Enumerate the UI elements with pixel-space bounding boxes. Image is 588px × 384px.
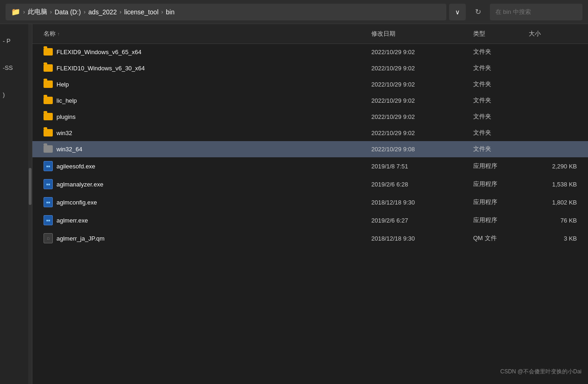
file-name-cell: lic_help <box>40 96 368 105</box>
file-name: Help <box>56 81 69 88</box>
file-type: 文件夹 <box>469 63 525 73</box>
file-name-cell: Help <box>40 80 368 89</box>
file-size <box>525 148 581 150</box>
file-date: 2022/10/29 9:02 <box>368 112 469 121</box>
file-date: 2019/2/6 6:27 <box>368 216 469 225</box>
file-size <box>525 83 581 85</box>
file-type: 应用程序 <box>469 197 525 207</box>
file-name: plugins <box>56 113 75 120</box>
file-list: FLEXID9_Windows_v6_65_x64 2022/10/29 9:0… <box>32 44 588 248</box>
file-date: 2018/12/18 9:30 <box>368 198 469 207</box>
path-sep-0: › <box>23 9 25 15</box>
col-header-modified[interactable]: 修改日期 <box>368 28 469 40</box>
table-row[interactable]: ■■ aglmanalyzer.exe 2019/2/6 6:28 应用程序 1… <box>32 175 588 193</box>
folder-icon <box>44 48 53 56</box>
table-row[interactable]: lic_help 2022/10/29 9:02 文件夹 <box>32 93 588 109</box>
address-bar-path[interactable]: 📁 › 此电脑 › Data (D:) › ads_2022 › license… <box>6 4 446 20</box>
file-type: 应用程序 <box>469 179 525 189</box>
sidebar-item-p[interactable]: - P <box>0 28 32 55</box>
search-input[interactable] <box>490 4 582 20</box>
file-type: 文件夹 <box>469 128 525 138</box>
file-date: 2022/10/29 9:02 <box>368 80 469 89</box>
main-layout: - P -SS ) 名称 ↑ 修改日期 类型 大小 FLEXID9_Window… <box>0 24 588 384</box>
col-header-size[interactable]: 大小 <box>525 28 581 40</box>
file-size <box>525 99 581 101</box>
file-type: 文件夹 <box>469 144 525 154</box>
file-type: QM 文件 <box>469 233 525 243</box>
sidebar-item-close[interactable]: ) <box>0 81 32 108</box>
file-name: aglmerr.exe <box>56 217 88 224</box>
sort-arrow-name: ↑ <box>57 31 60 37</box>
file-name: FLEXID9_Windows_v6_65_x64 <box>56 49 142 56</box>
sidebar: - P -SS ) <box>0 24 32 384</box>
file-date: 2022/10/29 9:02 <box>368 48 469 56</box>
file-name: win32 <box>56 130 72 136</box>
table-row[interactable]: FLEXID10_Windows_v6_30_x64 2022/10/29 9:… <box>32 60 588 76</box>
file-size: 2,290 KB <box>525 162 581 171</box>
file-date: 2019/1/8 7:51 <box>368 162 469 171</box>
file-name: aglmanalyzer.exe <box>56 181 103 188</box>
table-row[interactable]: ■■ aglmerr.exe 2019/2/6 6:27 应用程序 76 KB <box>32 211 588 229</box>
file-name-cell: FLEXID9_Windows_v6_65_x64 <box>40 47 368 56</box>
file-name-cell: win32_64 <box>40 144 368 154</box>
file-name-cell: win32 <box>40 128 368 137</box>
file-date: 2022/10/29 9:02 <box>368 96 469 105</box>
table-row[interactable]: FLEXID9_Windows_v6_65_x64 2022/10/29 9:0… <box>32 44 588 60</box>
file-name: agileesofd.exe <box>56 163 95 170</box>
sidebar-scrollbar-thumb <box>29 168 31 205</box>
path-sep-4: › <box>161 9 163 15</box>
col-header-name[interactable]: 名称 ↑ <box>40 28 368 40</box>
file-name-cell: ■■ aglmconfig.exe <box>40 196 368 208</box>
path-dropdown-button[interactable]: ∨ <box>449 4 466 20</box>
table-row[interactable]: ■■ aglmconfig.exe 2018/12/18 9:30 应用程序 1… <box>32 193 588 211</box>
file-name: win32_64 <box>56 146 82 153</box>
file-size <box>525 116 581 118</box>
table-row[interactable]: win32_64 2022/10/29 9:08 文件夹 <box>32 141 588 157</box>
table-row[interactable]: ■■ agileesofd.exe 2019/1/8 7:51 应用程序 2,2… <box>32 157 588 175</box>
col-header-type[interactable]: 类型 <box>469 28 525 40</box>
file-size: 1,538 KB <box>525 180 581 189</box>
exe-icon: ■■ <box>44 161 53 171</box>
path-segment-0[interactable]: 此电脑 <box>28 8 47 16</box>
folder-icon <box>44 97 53 104</box>
path-segment-1[interactable]: Data (D:) <box>55 8 81 16</box>
file-date: 2018/12/18 9:30 <box>368 234 469 243</box>
path-sep-1: › <box>50 9 52 15</box>
table-row[interactable]: win32 2022/10/29 9:02 文件夹 <box>32 125 588 141</box>
address-bar-controls: ∨ ↻ <box>449 4 582 20</box>
file-name-cell: ■■ aglmanalyzer.exe <box>40 178 368 190</box>
file-type: 文件夹 <box>469 111 525 122</box>
file-type: 文件夹 <box>469 79 525 89</box>
file-type: 应用程序 <box>469 215 525 225</box>
exe-icon: ■■ <box>44 179 53 189</box>
file-name-cell: □ aglmerr_ja_JP.qm <box>40 232 368 244</box>
table-row[interactable]: plugins 2022/10/29 9:02 文件夹 <box>32 109 588 125</box>
file-type: 应用程序 <box>469 161 525 171</box>
file-size <box>525 132 581 134</box>
folder-icon <box>44 145 53 153</box>
file-size: 3 KB <box>525 234 581 243</box>
file-size <box>525 51 581 53</box>
refresh-button[interactable]: ↻ <box>469 4 486 20</box>
file-name: aglmerr_ja_JP.qm <box>56 235 105 242</box>
address-bar: 📁 › 此电脑 › Data (D:) › ads_2022 › license… <box>0 0 588 24</box>
path-segment-3[interactable]: license_tool <box>124 8 158 16</box>
qm-icon: □ <box>44 233 53 243</box>
path-sep-3: › <box>119 9 121 15</box>
path-segment-4[interactable]: bin <box>166 8 175 16</box>
file-date: 2019/2/6 6:28 <box>368 180 469 189</box>
path-sep-2: › <box>84 9 86 15</box>
exe-icon: ■■ <box>44 197 53 207</box>
path-segment-2[interactable]: ads_2022 <box>88 8 117 16</box>
sidebar-item-ss[interactable]: -SS <box>0 55 32 81</box>
table-row[interactable]: Help 2022/10/29 9:02 文件夹 <box>32 76 588 93</box>
table-row[interactable]: □ aglmerr_ja_JP.qm 2018/12/18 9:30 QM 文件… <box>32 229 588 248</box>
file-size: 76 KB <box>525 216 581 225</box>
file-type: 文件夹 <box>469 47 525 57</box>
file-name-cell: ■■ agileesofd.exe <box>40 160 368 172</box>
file-name: aglmconfig.exe <box>56 199 97 206</box>
sidebar-scrollbar[interactable] <box>28 24 32 384</box>
file-size <box>525 67 581 69</box>
file-type: 文件夹 <box>469 95 525 105</box>
folder-icon-home: 📁 <box>11 7 20 16</box>
